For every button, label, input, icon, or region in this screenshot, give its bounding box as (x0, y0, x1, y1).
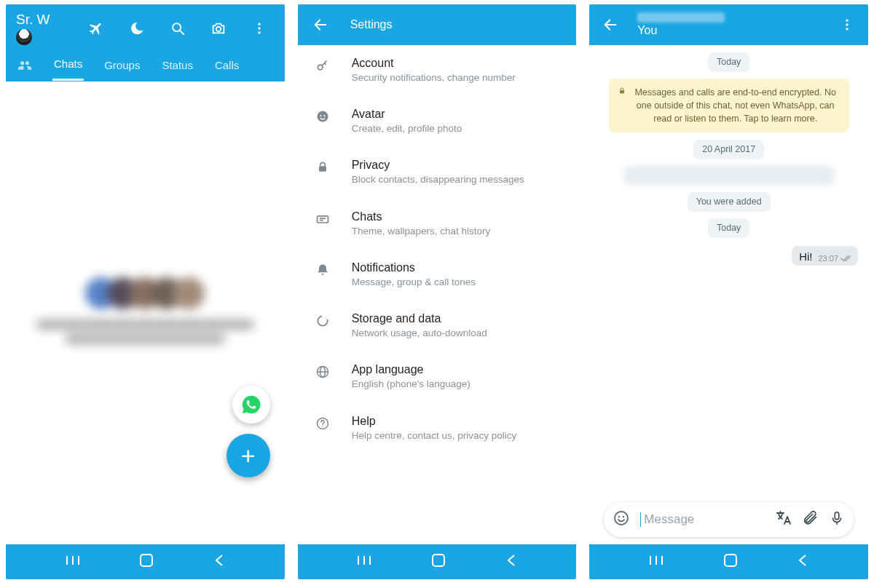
contacts-icon[interactable] (16, 58, 34, 73)
chat-body: Today Messages and calls are end-to-end … (589, 45, 868, 544)
svg-rect-9 (141, 555, 152, 566)
translate-icon[interactable] (775, 509, 792, 530)
chats-body: + (6, 82, 285, 544)
svg-rect-39 (725, 555, 736, 566)
svg-rect-35 (835, 512, 839, 520)
blurred-message (623, 166, 835, 185)
help-icon (312, 415, 333, 431)
airplane-icon[interactable] (84, 16, 109, 41)
settings-title: Settings (350, 18, 393, 31)
nav-recents-icon[interactable] (649, 555, 664, 569)
message-time: 23:07 (818, 254, 838, 263)
settings-item-title: Storage and data (352, 312, 487, 325)
settings-item-desc: Create, edit, profile photo (352, 122, 462, 135)
svg-point-13 (323, 115, 325, 116)
globe-icon (312, 363, 333, 379)
message-input[interactable]: Message (640, 512, 765, 527)
date-separator: Today (708, 218, 749, 237)
svg-point-12 (320, 115, 321, 116)
attach-icon[interactable] (803, 510, 819, 529)
svg-point-28 (846, 20, 848, 22)
user-name: Sr. W (16, 12, 50, 28)
svg-point-33 (618, 516, 620, 517)
settings-item-desc: Network usage, auto-download (352, 327, 487, 340)
nav-home-icon[interactable] (431, 553, 446, 571)
settings-item-desc: Theme, wallpapers, chat history (352, 225, 491, 238)
encryption-text: Messages and calls are end-to-end encryp… (631, 86, 840, 125)
settings-item-title: Notifications (352, 261, 476, 274)
nav-home-icon[interactable] (139, 553, 154, 571)
nav-recents-icon[interactable] (357, 555, 371, 569)
chats-header: Sr. W (6, 4, 285, 82)
svg-point-29 (846, 23, 848, 25)
nav-recents-icon[interactable] (66, 555, 80, 569)
settings-item-desc: Message, group & call tones (352, 276, 476, 289)
settings-item-avatar[interactable]: AvatarCreate, edit, profile photo (298, 96, 577, 147)
android-navbar (298, 544, 577, 579)
outgoing-message[interactable]: Hi! 23:07 (792, 246, 858, 266)
settings-item-title: Chats (352, 210, 491, 223)
settings-item-title: App language (352, 363, 471, 376)
settings-item-chats[interactable]: ChatsTheme, wallpapers, chat history (298, 199, 577, 250)
nav-back-icon[interactable] (505, 554, 517, 570)
settings-item-notifications[interactable]: NotificationsMessage, group & call tones (298, 250, 577, 301)
settings-item-language[interactable]: App languageEnglish (phone's language) (298, 351, 577, 402)
settings-item-help[interactable]: HelpHelp centre, contact us, privacy pol… (298, 403, 577, 454)
tab-calls[interactable]: Calls (213, 52, 240, 80)
chat-icon (312, 210, 333, 226)
nav-back-icon[interactable] (797, 554, 808, 570)
svg-rect-31 (620, 90, 624, 94)
chat-header: You (589, 4, 868, 45)
emoji-icon[interactable] (613, 509, 630, 530)
back-icon[interactable] (308, 12, 333, 37)
date-separator: Today (708, 52, 749, 71)
settings-item-desc: Help centre, contact us, privacy policy (352, 429, 517, 442)
search-icon[interactable] (165, 16, 190, 41)
key-icon (312, 57, 333, 73)
svg-point-34 (623, 516, 624, 517)
chat-subtitle: You (637, 24, 725, 37)
new-chat-fab[interactable]: + (227, 434, 270, 477)
more-icon[interactable] (835, 12, 859, 37)
svg-point-2 (216, 27, 220, 31)
empty-state-blurred (36, 277, 254, 349)
whatsapp-fab[interactable] (232, 386, 270, 424)
svg-point-0 (173, 23, 181, 31)
settings-item-title: Account (352, 57, 516, 70)
nav-home-icon[interactable] (723, 553, 738, 571)
screen-settings: Settings AccountSecurity notifications, … (298, 4, 577, 579)
svg-line-1 (180, 31, 184, 34)
settings-item-title: Help (352, 415, 517, 428)
message-text: Hi! (799, 250, 812, 263)
tab-chats[interactable]: Chats (52, 50, 84, 81)
mic-icon[interactable] (829, 510, 845, 529)
settings-list: AccountSecurity notifications, change nu… (298, 45, 577, 544)
svg-rect-14 (319, 167, 326, 172)
tab-status[interactable]: Status (160, 52, 194, 80)
settings-item-storage[interactable]: Storage and dataNetwork usage, auto-down… (298, 301, 577, 351)
more-icon[interactable] (247, 16, 272, 41)
nav-back-icon[interactable] (213, 554, 225, 570)
chat-title-area[interactable]: You (637, 12, 725, 37)
settings-item-account[interactable]: AccountSecurity notifications, change nu… (298, 45, 577, 96)
svg-point-3 (258, 23, 260, 25)
data-icon (312, 312, 333, 328)
encryption-notice[interactable]: Messages and calls are end-to-end encryp… (609, 79, 849, 132)
double-check-icon (840, 255, 852, 262)
avatar[interactable] (16, 29, 32, 45)
settings-item-title: Avatar (352, 108, 462, 121)
date-separator: 20 April 2017 (693, 140, 764, 159)
face-icon (312, 108, 333, 124)
settings-item-privacy[interactable]: PrivacyBlock contacts, disappearing mess… (298, 147, 577, 198)
settings-item-title: Privacy (352, 159, 524, 172)
android-navbar (6, 544, 285, 579)
camera-icon[interactable] (206, 16, 231, 41)
moon-icon[interactable] (125, 16, 149, 41)
tab-bar: Chats Groups Status Calls (6, 49, 285, 82)
tab-groups[interactable]: Groups (103, 52, 141, 80)
back-icon[interactable] (598, 12, 623, 37)
svg-point-4 (258, 27, 260, 29)
svg-point-32 (615, 512, 628, 525)
system-message: You were added (688, 192, 771, 211)
message-input-bar: Message (604, 502, 854, 537)
